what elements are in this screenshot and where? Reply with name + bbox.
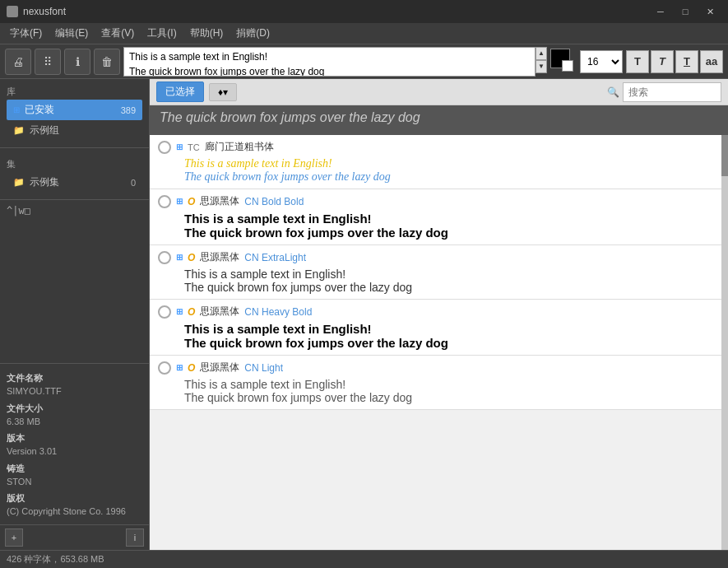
menu-help[interactable]: 帮助(H): [183, 24, 230, 43]
maximize-button[interactable]: □: [674, 3, 697, 20]
font-entry-2: ⊞ O 思源黑体 CN ExtraLight This is a sample …: [150, 245, 721, 300]
preview-line2-1: The quick brown fox jumps over the lazy …: [184, 226, 713, 240]
resize-handle-label[interactable]: ^|w□: [7, 205, 142, 216]
scroll-down-arrow[interactable]: ▼: [536, 60, 547, 73]
delete-button[interactable]: 🗑: [94, 49, 120, 75]
add-font-button[interactable]: +: [5, 528, 23, 547]
tag-filter-label: ♦▾: [218, 86, 228, 98]
grid-button[interactable]: ⠿: [35, 49, 61, 75]
print-button[interactable]: 🖨: [5, 49, 31, 75]
sample-collection-label: 示例集: [30, 175, 59, 189]
sidebar: 库 ⊞ 已安装 389 📁 示例组 集 📁 示例集 0 ^|w□ 文件名称: [0, 79, 150, 550]
status-bar: 426 种字体，653.68 MB: [0, 550, 728, 568]
font-name-cn-0: 廊门正道粗书体: [205, 140, 274, 154]
font-preview-3: This is a sample text in English! The qu…: [158, 322, 713, 350]
o-badge-1: O: [188, 196, 195, 207]
folder-icon: 📁: [13, 125, 25, 136]
title-bar: nexusfont ─ □ ✕: [0, 0, 728, 23]
windows-icon: ⊞: [13, 105, 20, 114]
preview-line1-4: This is a sample text in English!: [184, 378, 713, 391]
font-list-container: ⊞ TC 廊门正道粗书体 This is a sample text in En…: [150, 135, 728, 550]
menu-donate[interactable]: 捐赠(D): [230, 24, 276, 43]
search-box: 🔍: [607, 82, 721, 102]
font-name-en-1: CN Bold Bold: [244, 196, 304, 207]
file-name-label: 文件名称: [7, 372, 142, 384]
font-preview-1: This is a sample text in English! The qu…: [158, 212, 713, 240]
win-badge-2: ⊞: [176, 253, 183, 262]
bold-button[interactable]: T: [626, 50, 649, 73]
version-label: 版本: [7, 432, 142, 445]
preview-line2-2: The quick brown fox jumps over the lazy …: [184, 281, 713, 294]
sidebar-item-sample-group[interactable]: 📁 示例组: [7, 120, 142, 141]
content-toolbar: 已选择 ♦▾ 🔍: [150, 79, 728, 105]
sidebar-bottom: 文件名称 SIMYOU.TTF 文件大小 6.38 MB 版本 Version …: [0, 363, 149, 524]
file-name-value: SIMYOU.TTF: [7, 384, 142, 399]
version-value: Version 3.01: [7, 445, 142, 459]
select-filter-button[interactable]: 已选择: [156, 81, 204, 102]
content-area: 已选择 ♦▾ 🔍 The quick brown fox jumps over …: [150, 79, 728, 550]
italic-button[interactable]: T: [651, 50, 674, 73]
win-badge-0: ⊞: [176, 142, 183, 151]
main-area: 库 ⊞ 已安装 389 📁 示例组 集 📁 示例集 0 ^|w□ 文件名称: [0, 79, 728, 550]
font-entry-0: ⊞ TC 廊门正道粗书体 This is a sample text in En…: [150, 135, 721, 189]
font-radio-3[interactable]: [158, 305, 171, 319]
top-preview-bar: The quick brown fox jumps over the lazy …: [150, 105, 728, 135]
win-badge-4: ⊞: [176, 363, 183, 372]
font-entry-1: ⊞ O 思源黑体 CN Bold Bold This is a sample t…: [150, 189, 721, 245]
search-input[interactable]: [623, 82, 721, 102]
preview-line1-2: This is a sample text in English!: [184, 268, 713, 281]
win-badge-3: ⊞: [176, 307, 183, 316]
font-name-en-3: CN Heavy Bold: [244, 306, 312, 318]
vertical-scrollbar[interactable]: [721, 135, 728, 550]
font-radio-4[interactable]: [158, 361, 171, 375]
font-entry-3: ⊞ O 思源黑体 CN Heavy Bold This is a sample …: [150, 300, 721, 356]
font-name-en-2: CN ExtraLight: [244, 252, 306, 263]
scroll-thumb[interactable]: [721, 135, 728, 176]
search-icon: 🔍: [607, 86, 619, 98]
preview-line1-3: This is a sample text in English!: [184, 322, 713, 336]
menu-font[interactable]: 字体(F): [3, 24, 49, 43]
sample-text-input[interactable]: [123, 47, 536, 77]
sidebar-item-installed[interactable]: ⊞ 已安装 389: [7, 100, 142, 120]
aa-button[interactable]: aa: [700, 50, 723, 73]
casting-value: STON: [7, 475, 142, 490]
info-button[interactable]: ℹ: [64, 49, 90, 75]
app-title: nexusfont: [23, 6, 66, 17]
sidebar-item-sample-collection[interactable]: 📁 示例集 0: [7, 172, 142, 193]
font-radio-2[interactable]: [158, 251, 171, 264]
installed-label: 已安装: [25, 103, 54, 117]
sidebar-footer: + i: [0, 524, 149, 550]
sample-collection-count: 0: [131, 178, 136, 188]
o-badge-3: O: [188, 306, 195, 318]
color-picker[interactable]: [550, 49, 577, 75]
font-size-select[interactable]: 16 12 18 24 32: [580, 50, 623, 73]
font-name-cn-4: 思源黑体: [200, 361, 239, 375]
font-name-cn-3: 思源黑体: [200, 305, 239, 319]
font-name-en-4: CN Light: [244, 362, 283, 374]
minimize-button[interactable]: ─: [649, 3, 672, 20]
preview-line1-0: This is a sample text in English!: [184, 157, 713, 170]
font-radio-0[interactable]: [158, 141, 171, 154]
font-name-cn-2: 思源黑体: [200, 250, 239, 264]
collection-folder-icon: 📁: [13, 177, 25, 188]
menu-view[interactable]: 查看(V): [95, 24, 141, 43]
o-badge-2: O: [188, 252, 195, 263]
preview-line2-4: The quick brown fox jumps over the lazy …: [184, 391, 713, 404]
underline-button[interactable]: T: [675, 50, 698, 73]
font-preview-2: This is a sample text in English! The qu…: [158, 268, 713, 294]
app-icon: [7, 6, 18, 17]
window-controls: ─ □ ✕: [649, 3, 721, 20]
sidebar-divider: [0, 147, 149, 148]
rights-label: 版权: [7, 492, 142, 505]
scroll-up-arrow[interactable]: ▲: [536, 47, 547, 60]
menu-edit[interactable]: 编辑(E): [49, 24, 95, 43]
close-button[interactable]: ✕: [698, 3, 721, 20]
casting-label: 铸造: [7, 463, 142, 475]
font-info-button[interactable]: i: [126, 528, 144, 547]
installed-count: 389: [121, 105, 136, 115]
font-radio-1[interactable]: [158, 195, 171, 208]
menu-tools[interactable]: 工具(I): [141, 24, 183, 43]
tag-filter-button[interactable]: ♦▾: [209, 83, 237, 101]
win-badge-1: ⊞: [176, 197, 183, 206]
font-preview-4: This is a sample text in English! The qu…: [158, 378, 713, 404]
